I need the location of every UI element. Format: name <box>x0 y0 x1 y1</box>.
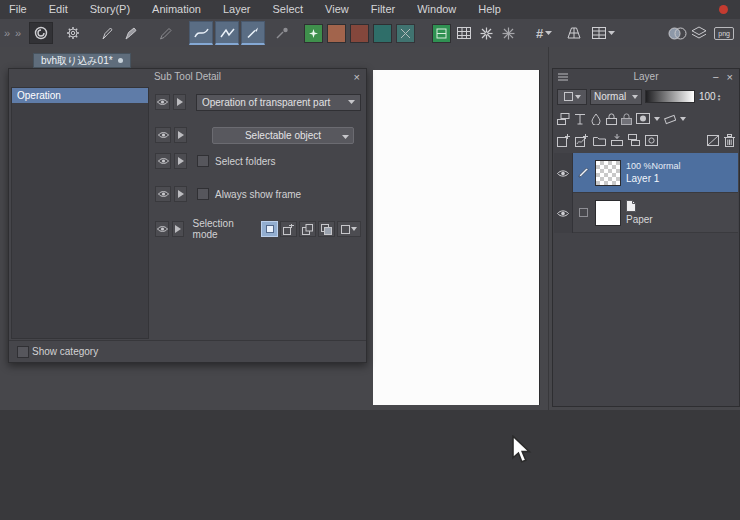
menu-file[interactable]: File <box>0 0 38 19</box>
subtool-panel-header: Sub Tool Detail × <box>9 69 366 85</box>
merge-down-icon[interactable] <box>628 134 640 146</box>
delete-layer-trash-icon[interactable] <box>724 134 735 147</box>
enable-mask-icon[interactable] <box>636 113 650 124</box>
object-tool-icon[interactable] <box>29 22 53 44</box>
layer-name[interactable]: Paper <box>626 214 653 225</box>
new-folder-icon[interactable] <box>593 135 606 146</box>
effect-burst2-icon[interactable] <box>497 22 519 44</box>
grid-hash-icon[interactable]: # <box>533 22 555 44</box>
select-folders-checkbox[interactable] <box>197 155 209 167</box>
calligraphy-pen-icon[interactable] <box>119 22 141 44</box>
selection-new-icon[interactable] <box>261 221 278 237</box>
gear-settings-icon[interactable] <box>62 22 84 44</box>
always-show-frame-checkbox[interactable] <box>197 188 209 200</box>
ruler-icon[interactable] <box>664 113 676 125</box>
layer-close-button[interactable]: × <box>727 69 733 85</box>
layer-minimize-button[interactable]: − <box>713 69 719 85</box>
layer-thumbnail[interactable] <box>595 160 621 186</box>
menu-help[interactable]: Help <box>467 0 512 19</box>
show-category-checkbox[interactable] <box>17 346 29 358</box>
pencil-tool-icon[interactable] <box>154 22 176 44</box>
eye-visibility-icon[interactable] <box>155 94 170 110</box>
panel-menu-icon[interactable] <box>558 73 568 81</box>
transparent-part-dropdown[interactable]: Operation of transparent part <box>196 94 361 111</box>
panel-collapse-chevrons-icon[interactable]: » » <box>0 27 27 39</box>
layer-visibility-eye-icon[interactable] <box>554 193 573 233</box>
paper-thumbnail[interactable] <box>595 200 621 226</box>
menu-window[interactable]: Window <box>406 0 467 19</box>
apply-mask-icon[interactable] <box>707 135 719 146</box>
layer-effect-dropdown[interactable] <box>557 89 587 105</box>
menu-layer[interactable]: Layer <box>212 0 262 19</box>
selectable-object-dropdown-value: Selectable object <box>245 130 321 141</box>
new-raster-layer-icon[interactable] <box>557 134 570 147</box>
layer-controls-lock <box>557 110 735 127</box>
layer-row-paper[interactable]: Paper <box>554 193 738 233</box>
menu-edit[interactable]: Edit <box>38 0 79 19</box>
eye-visibility-icon[interactable] <box>155 153 171 169</box>
table-tool-icon[interactable] <box>592 22 615 44</box>
menu-filter[interactable]: Filter <box>360 0 406 19</box>
workspace-divider <box>548 47 549 410</box>
pen-tool-icon[interactable] <box>95 22 117 44</box>
selectable-object-dropdown[interactable]: Selectable object <box>212 127 354 144</box>
material-swatch-green2-icon[interactable] <box>432 24 451 43</box>
selection-subtract-icon[interactable] <box>299 221 316 237</box>
expand-arrow-icon[interactable] <box>174 127 187 143</box>
layer-name[interactable]: Layer 1 <box>626 173 681 184</box>
transfer-to-lower-layer-icon[interactable] <box>611 134 623 146</box>
menu-animation[interactable]: Animation <box>141 0 212 19</box>
expand-arrow-icon[interactable] <box>172 221 183 237</box>
lock-layer-icon[interactable] <box>606 113 617 125</box>
expand-arrow-icon[interactable] <box>174 186 187 202</box>
material-swatch-rust-icon[interactable] <box>327 24 346 43</box>
effect-burst-icon[interactable] <box>475 22 497 44</box>
ruler-options-chevron-icon[interactable] <box>680 117 686 121</box>
clip-to-layer-below-icon[interactable] <box>557 113 570 125</box>
document-tab[interactable]: bvh取り込み01* <box>33 53 131 68</box>
layers-stack-icon[interactable] <box>688 22 710 44</box>
subtool-category-list: Operation <box>11 87 149 339</box>
menu-select[interactable]: Select <box>262 0 315 19</box>
airbrush-tool-icon[interactable] <box>271 22 293 44</box>
menu-story[interactable]: Story(P) <box>79 0 141 19</box>
brush-subtool-icon[interactable] <box>241 21 265 45</box>
canvas[interactable] <box>373 70 540 405</box>
tone-grid-icon[interactable] <box>453 22 475 44</box>
setting-row-select-folders: Select folders <box>155 152 361 170</box>
draft-layer-icon[interactable] <box>590 113 602 125</box>
menu-view[interactable]: View <box>314 0 360 19</box>
polyline-subtool-icon[interactable] <box>215 21 239 45</box>
opacity-value: 100 <box>699 91 716 102</box>
category-item-operation[interactable]: Operation <box>12 88 148 103</box>
eye-visibility-icon[interactable] <box>155 221 169 237</box>
expand-arrow-icon[interactable] <box>173 94 186 110</box>
eye-visibility-icon[interactable] <box>155 127 171 143</box>
eye-visibility-icon[interactable] <box>155 186 171 202</box>
material-swatch-teal-icon[interactable] <box>396 24 415 43</box>
subtool-close-button[interactable]: × <box>354 69 360 85</box>
layer-mask-create-icon[interactable] <box>645 135 658 146</box>
png-export-icon[interactable]: png <box>714 27 734 40</box>
material-swatch-dark-teal-icon[interactable] <box>373 24 392 43</box>
opacity-spinner[interactable]: ▴▾ <box>718 93 721 101</box>
reference-layer-icon[interactable] <box>574 113 586 125</box>
curve-subtool-icon[interactable] <box>189 21 213 45</box>
layer-checkbox-icon[interactable] <box>576 208 590 217</box>
material-swatch-brown-icon[interactable] <box>350 24 369 43</box>
selection-mode-label: Selection mode <box>193 218 252 240</box>
new-vector-layer-icon[interactable] <box>575 134 588 147</box>
selection-add-icon[interactable] <box>280 221 297 237</box>
lock-transparent-pixels-icon[interactable] <box>621 113 632 125</box>
material-swatch-green-icon[interactable] <box>304 24 323 43</box>
expand-arrow-icon[interactable] <box>174 153 187 169</box>
opacity-slider[interactable] <box>645 90 695 103</box>
layer-visibility-eye-icon[interactable] <box>554 153 573 193</box>
3d-globe-icon[interactable] <box>666 22 688 44</box>
selection-mode-dropdown[interactable] <box>337 221 361 237</box>
lock-options-chevron-icon[interactable] <box>654 117 660 121</box>
selection-intersect-icon[interactable] <box>318 221 335 237</box>
layer-row-layer1[interactable]: 100 %Normal Layer 1 <box>554 153 738 193</box>
perspective-ruler-icon[interactable] <box>563 22 585 44</box>
blend-mode-dropdown[interactable]: Normal <box>590 89 642 105</box>
